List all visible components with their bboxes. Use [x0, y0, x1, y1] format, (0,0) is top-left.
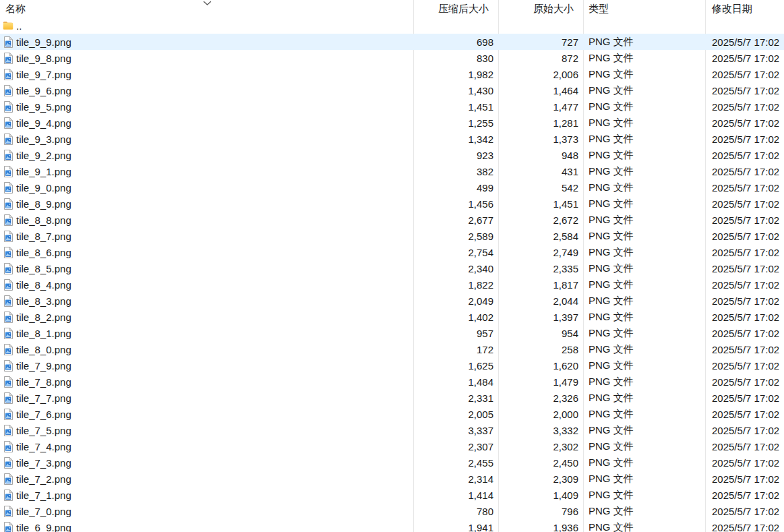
column-header-name[interactable]: 名称	[0, 3, 414, 16]
file-name-label: tile_8_6.png	[16, 247, 71, 258]
file-row[interactable]: tile_7_3.png 2,455 2,450 PNG 文件 2025/5/7…	[0, 454, 784, 471]
file-row[interactable]: tile_8_5.png 2,340 2,335 PNG 文件 2025/5/7…	[0, 260, 784, 276]
file-type-value: PNG 文件	[584, 440, 706, 453]
file-row[interactable]: tile_8_8.png 2,677 2,672 PNG 文件 2025/5/7…	[0, 212, 784, 228]
column-header-type[interactable]: 类型	[584, 3, 706, 16]
file-row[interactable]: tile_7_1.png 1,414 1,409 PNG 文件 2025/5/7…	[0, 487, 784, 503]
file-name-label: tile_8_5.png	[16, 263, 71, 274]
original-size-value: 431	[499, 166, 584, 177]
file-row[interactable]: tile_7_5.png 3,337 3,332 PNG 文件 2025/5/7…	[0, 422, 784, 438]
file-type-value: PNG 文件	[584, 489, 706, 502]
png-file-icon	[3, 522, 13, 532]
original-size-value: 1,373	[499, 134, 584, 145]
file-row[interactable]: tile_8_2.png 1,402 1,397 PNG 文件 2025/5/7…	[0, 309, 784, 325]
compressed-size-value: 780	[414, 506, 499, 517]
original-size-value: 2,326	[499, 392, 584, 404]
compressed-size-value: 1,255	[414, 117, 499, 129]
modified-date-value: 2025/5/7 17:02	[706, 36, 784, 48]
original-size-value: 1,817	[499, 279, 584, 291]
png-file-icon	[3, 166, 13, 177]
file-row[interactable]: tile_7_2.png 2,314 2,309 PNG 文件 2025/5/7…	[0, 471, 784, 487]
compressed-size-value: 1,484	[414, 376, 499, 388]
modified-date-value: 2025/5/7 17:02	[706, 279, 784, 291]
modified-date-value: 2025/5/7 17:02	[706, 506, 784, 517]
file-row[interactable]: tile_7_8.png 1,484 1,479 PNG 文件 2025/5/7…	[0, 374, 784, 390]
original-size-value: 2,302	[499, 441, 584, 452]
file-row[interactable]: tile_9_6.png 1,430 1,464 PNG 文件 2025/5/7…	[0, 82, 784, 98]
original-size-value: 1,451	[499, 198, 584, 210]
file-row[interactable]: tile_8_9.png 1,456 1,451 PNG 文件 2025/5/7…	[0, 196, 784, 212]
file-row[interactable]: tile_8_0.png 172 258 PNG 文件 2025/5/7 17:…	[0, 341, 784, 357]
compressed-size-value: 1,414	[414, 490, 499, 501]
file-row[interactable]: tile_7_7.png 2,331 2,326 PNG 文件 2025/5/7…	[0, 390, 784, 406]
file-row[interactable]: tile_8_1.png 957 954 PNG 文件 2025/5/7 17:…	[0, 325, 784, 341]
modified-date-value: 2025/5/7 17:02	[706, 295, 784, 307]
compressed-size-value: 957	[414, 328, 499, 339]
column-header-modified-date[interactable]: 修改日期	[706, 3, 784, 16]
modified-date-value: 2025/5/7 17:02	[706, 328, 784, 339]
file-row[interactable]: tile_9_8.png 830 872 PNG 文件 2025/5/7 17:…	[0, 50, 784, 66]
modified-date-value: 2025/5/7 17:02	[706, 214, 784, 226]
file-row[interactable]: tile_7_4.png 2,307 2,302 PNG 文件 2025/5/7…	[0, 438, 784, 454]
file-list-body: .. tile_9_9.png 698 727 PNG 文件 2025/5/7 …	[0, 18, 784, 532]
file-name-label: tile_7_4.png	[16, 441, 71, 452]
file-type-value: PNG 文件	[584, 100, 706, 113]
file-row[interactable]: tile_8_7.png 2,589 2,584 PNG 文件 2025/5/7…	[0, 228, 784, 244]
modified-date-value: 2025/5/7 17:02	[706, 247, 784, 258]
file-row[interactable]: tile_9_4.png 1,255 1,281 PNG 文件 2025/5/7…	[0, 115, 784, 131]
modified-date-value: 2025/5/7 17:02	[706, 117, 784, 129]
file-row[interactable]: tile_8_6.png 2,754 2,749 PNG 文件 2025/5/7…	[0, 244, 784, 260]
file-row[interactable]: tile_9_3.png 1,342 1,373 PNG 文件 2025/5/7…	[0, 131, 784, 147]
list-header: 名称 压缩后大小 原始大小 类型 修改日期	[0, 0, 784, 18]
original-size-value: 3,332	[499, 425, 584, 436]
compressed-size-value: 1,451	[414, 101, 499, 113]
png-file-icon	[3, 392, 13, 403]
file-name-label: tile_8_7.png	[16, 231, 71, 242]
file-row[interactable]: tile_8_4.png 1,822 1,817 PNG 文件 2025/5/7…	[0, 276, 784, 293]
file-row[interactable]: tile_9_0.png 499 542 PNG 文件 2025/5/7 17:…	[0, 179, 784, 196]
file-row[interactable]: tile_9_2.png 923 948 PNG 文件 2025/5/7 17:…	[0, 147, 784, 163]
original-size-value: 1,409	[499, 490, 584, 501]
file-row[interactable]: tile_6_9.png 1,941 1,936 PNG 文件 2025/5/7…	[0, 519, 784, 532]
compressed-size-value: 2,331	[414, 392, 499, 404]
compressed-size-value: 1,941	[414, 522, 499, 532]
file-type-value: PNG 文件	[584, 165, 706, 178]
modified-date-value: 2025/5/7 17:02	[706, 263, 784, 274]
file-name-label: tile_9_3.png	[16, 134, 71, 145]
compressed-size-value: 2,589	[414, 231, 499, 242]
png-file-icon	[3, 101, 13, 112]
file-row[interactable]: tile_8_3.png 2,049 2,044 PNG 文件 2025/5/7…	[0, 293, 784, 309]
original-size-value: 2,335	[499, 263, 584, 274]
file-row[interactable]: tile_9_1.png 382 431 PNG 文件 2025/5/7 17:…	[0, 163, 784, 179]
png-file-icon	[3, 506, 13, 516]
file-name-label: tile_6_9.png	[16, 522, 71, 532]
file-row[interactable]: tile_9_5.png 1,451 1,477 PNG 文件 2025/5/7…	[0, 98, 784, 115]
file-type-value: PNG 文件	[584, 376, 706, 388]
compressed-size-value: 2,314	[414, 473, 499, 485]
parent-directory-row[interactable]: ..	[0, 18, 784, 34]
column-header-compressed-size[interactable]: 压缩后大小	[414, 3, 499, 16]
png-file-icon	[3, 312, 13, 322]
file-row[interactable]: tile_7_9.png 1,625 1,620 PNG 文件 2025/5/7…	[0, 357, 784, 374]
original-size-value: 542	[499, 182, 584, 194]
column-header-original-size[interactable]: 原始大小	[499, 3, 584, 16]
compressed-size-value: 2,455	[414, 457, 499, 469]
file-type-value: PNG 文件	[584, 133, 706, 146]
file-row[interactable]: tile_7_0.png 780 796 PNG 文件 2025/5/7 17:…	[0, 503, 784, 519]
file-row[interactable]: tile_7_6.png 2,005 2,000 PNG 文件 2025/5/7…	[0, 406, 784, 422]
file-row[interactable]: tile_9_9.png 698 727 PNG 文件 2025/5/7 17:…	[0, 34, 784, 50]
modified-date-value: 2025/5/7 17:02	[706, 198, 784, 210]
compressed-size-value: 2,754	[414, 247, 499, 258]
compressed-size-value: 830	[414, 53, 499, 64]
png-file-icon	[3, 360, 13, 371]
file-row[interactable]: tile_9_7.png 1,982 2,006 PNG 文件 2025/5/7…	[0, 66, 784, 82]
png-file-icon	[3, 279, 13, 290]
original-size-value: 2,749	[499, 247, 584, 258]
file-type-value: PNG 文件	[584, 392, 706, 405]
file-type-value: PNG 文件	[584, 52, 706, 65]
file-type-value: PNG 文件	[584, 230, 706, 243]
file-type-value: PNG 文件	[584, 68, 706, 81]
file-type-value: PNG 文件	[584, 359, 706, 372]
compressed-size-value: 1,822	[414, 279, 499, 291]
file-name-label: tile_9_9.png	[16, 36, 71, 48]
